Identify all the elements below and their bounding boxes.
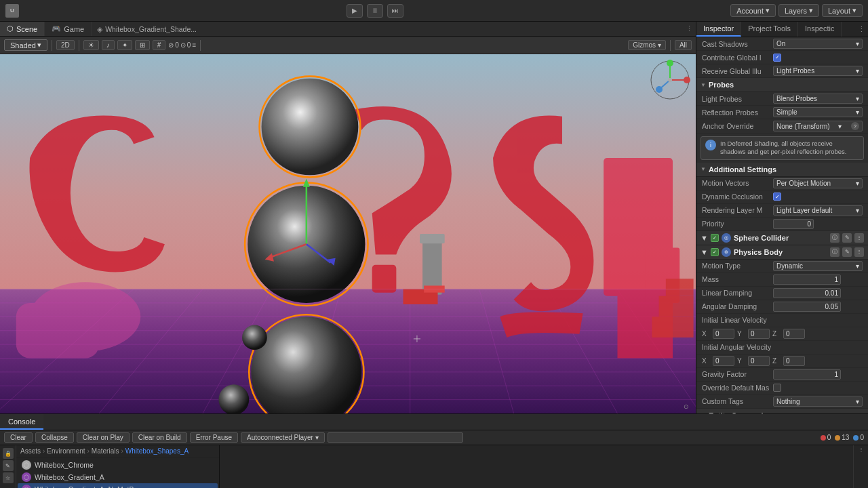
override-default-mas-checkbox[interactable]: [773, 384, 781, 392]
edit-icon[interactable]: ✎: [3, 460, 14, 471]
initial-linear-velocity-xyz: X Y Z: [696, 327, 868, 341]
gamepad-icon: 🎮: [52, 24, 61, 33]
override-default-mas-row: Override Default Mas: [696, 382, 868, 395]
sphere-collider-menu-btn[interactable]: ⋮: [854, 233, 864, 243]
reflection-probes-dropdown[interactable]: Simple ▾: [773, 107, 863, 117]
physics-body-check[interactable]: ✓: [711, 248, 719, 256]
iav-x-input[interactable]: [713, 356, 734, 366]
2d-button[interactable]: 2D: [56, 40, 75, 50]
anchor-override-dropdown[interactable]: None (Transform) ▾ ?: [773, 121, 863, 131]
error-pause-button[interactable]: Error Pause: [190, 432, 238, 443]
lock-icon[interactable]: 🔒: [3, 448, 14, 459]
breadcrumb-materials[interactable]: Materials: [92, 447, 119, 455]
file-item-gradient-a[interactable]: ◯ Whitebox_Gradient_A: [18, 471, 218, 483]
linear-damping-row: Linear Damping: [696, 287, 868, 300]
physics-body-edit-btn[interactable]: ✎: [842, 247, 852, 257]
motion-type-label: Motion Type: [702, 262, 773, 270]
panel-options-icon[interactable]: ⋮: [854, 22, 868, 37]
ilv-x-input[interactable]: [713, 329, 734, 339]
audio-button[interactable]: ♪: [102, 40, 115, 50]
all-button[interactable]: All: [675, 40, 692, 50]
tab-inspector[interactable]: Inspector: [696, 22, 741, 37]
additional-settings-header[interactable]: ▼ Additional Settings: [696, 163, 868, 177]
file-item-chrome[interactable]: ◯ Whitebox_Chrome: [18, 459, 218, 471]
gizmos-button[interactable]: Gizmos ▾: [628, 40, 666, 50]
scene-gizmo[interactable]: [650, 60, 690, 100]
tab-console[interactable]: Console: [0, 414, 43, 430]
angular-damping-input[interactable]: [773, 302, 841, 312]
receive-global-dropdown[interactable]: Light Probes ▾: [773, 66, 863, 76]
gravity-factor-input[interactable]: [773, 369, 841, 380]
motion-vectors-dropdown[interactable]: Per Object Motion ▾: [773, 178, 863, 188]
account-button[interactable]: Account ▾: [730, 4, 776, 17]
tab-scene[interactable]: ⬡ Scene: [0, 22, 45, 36]
iav-y-input[interactable]: [748, 356, 770, 366]
clear-on-play-button[interactable]: Clear on Play: [77, 432, 130, 443]
clear-button[interactable]: Clear: [4, 432, 33, 443]
fx-button[interactable]: ✦: [117, 40, 132, 50]
tab-inspector2[interactable]: Inspectic: [798, 22, 842, 37]
probes-section-header[interactable]: ▼ Probes: [696, 78, 868, 92]
top-bar-right: Account ▾ Layers ▾ Layout ▾: [730, 4, 863, 17]
iav-z-input[interactable]: [783, 356, 805, 366]
initial-angular-velocity-label-row: Initial Angular Velocity: [696, 341, 868, 354]
viewport-options-icon[interactable]: ⋮: [682, 24, 696, 33]
ilv-y-input[interactable]: [748, 329, 770, 339]
shaded-dropdown[interactable]: Shaded ▾: [4, 39, 47, 51]
grid-button[interactable]: #: [153, 40, 166, 50]
physics-body-info-btn[interactable]: ⓘ: [830, 247, 840, 257]
physics-body-menu-btn[interactable]: ⋮: [854, 247, 864, 257]
breadcrumb-current[interactable]: Whitebox_Shapes_A: [125, 447, 189, 455]
light-probes-dropdown[interactable]: Blend Probes ▾: [773, 94, 863, 104]
breadcrumb-environment[interactable]: Environment: [47, 447, 85, 455]
priority-input[interactable]: [773, 219, 814, 229]
top-bar: U ▶ ⏸ ⏭ Account ▾ Layers ▾ Layout ▾: [0, 0, 868, 22]
entity-conversion-header[interactable]: ▼ Entity Conversion: [696, 409, 868, 413]
sphere-collider-info-btn[interactable]: ⓘ: [830, 233, 840, 243]
bottom-options-icon[interactable]: ⋮: [859, 447, 864, 453]
motion-type-dropdown[interactable]: Dynamic ▾: [773, 261, 863, 271]
anchor-override-help[interactable]: ?: [851, 122, 859, 130]
physics-body-header[interactable]: ▼ ✓ ⊛ Physics Body ⓘ ✎ ⋮: [696, 245, 868, 260]
clear-on-build-button[interactable]: Clear on Build: [132, 432, 187, 443]
pause-button[interactable]: ⏸: [367, 4, 383, 18]
contribute-global-checkbox[interactable]: ✓: [773, 54, 781, 62]
collapse-button[interactable]: Collapse: [35, 432, 74, 443]
sphere-collider-header[interactable]: ▼ ✓ ◎ Sphere Collider ⓘ ✎ ⋮: [696, 231, 868, 245]
light-button[interactable]: ☀: [83, 40, 99, 50]
layers-button[interactable]: Layers ▾: [778, 4, 819, 17]
anchor-override-label: Anchor Override: [702, 122, 773, 130]
star-icon[interactable]: ☆: [3, 472, 14, 483]
error-count: 0: [827, 434, 831, 441]
linear-damping-input[interactable]: [773, 288, 841, 298]
play-button[interactable]: ▶: [347, 4, 363, 18]
ilv-z-input[interactable]: [783, 329, 805, 339]
layout-button[interactable]: Layout ▾: [822, 4, 863, 17]
main-area: ⬡ Scene 🎮 Game ◈ Whitebox_Gradient_Shade…: [0, 22, 868, 413]
sphere-collider-check[interactable]: ✓: [711, 234, 719, 242]
additional-settings-title: Additional Settings: [709, 165, 864, 174]
scene-view-button[interactable]: ⊞: [135, 40, 150, 50]
mass-input[interactable]: [773, 274, 841, 285]
top-bar-left: U: [5, 4, 19, 18]
tab-game[interactable]: 🎮 Game: [45, 22, 92, 36]
tab-project-tools[interactable]: Project Tools: [741, 22, 798, 37]
console-counts: 0 13 0: [821, 434, 864, 441]
linear-damping-label: Linear Damping: [702, 289, 773, 297]
warning-dot: [835, 435, 840, 441]
dynamic-occlusion-checkbox[interactable]: ✓: [773, 192, 781, 201]
step-button[interactable]: ⏭: [387, 4, 403, 18]
cast-shadows-dropdown[interactable]: On ▾: [773, 39, 863, 49]
console-toolbar: Clear Collapse Clear on Play Clear on Bu…: [0, 430, 868, 445]
file-name-gradient-a: Whitebox_Gradient_A: [35, 473, 104, 481]
rendering-layer-arrow: ▾: [856, 207, 859, 214]
custom-tags-dropdown[interactable]: Nothing ▾: [773, 396, 863, 407]
console-search-input[interactable]: [328, 432, 463, 443]
physics-body-title: Physics Body: [734, 248, 827, 256]
file-item-gradient-a-nomatb[interactable]: ◯ Whitebox_Gradient_A_NoMatB: [18, 483, 218, 488]
breadcrumb-assets[interactable]: Assets: [20, 447, 41, 455]
viewport-canvas[interactable]: ⊙: [0, 54, 696, 413]
autoconnect-dropdown[interactable]: Autoconnected Player ▾: [241, 432, 325, 443]
sphere-collider-edit-btn[interactable]: ✎: [842, 233, 852, 243]
rendering-layer-dropdown[interactable]: Light Layer default ▾: [773, 205, 863, 216]
